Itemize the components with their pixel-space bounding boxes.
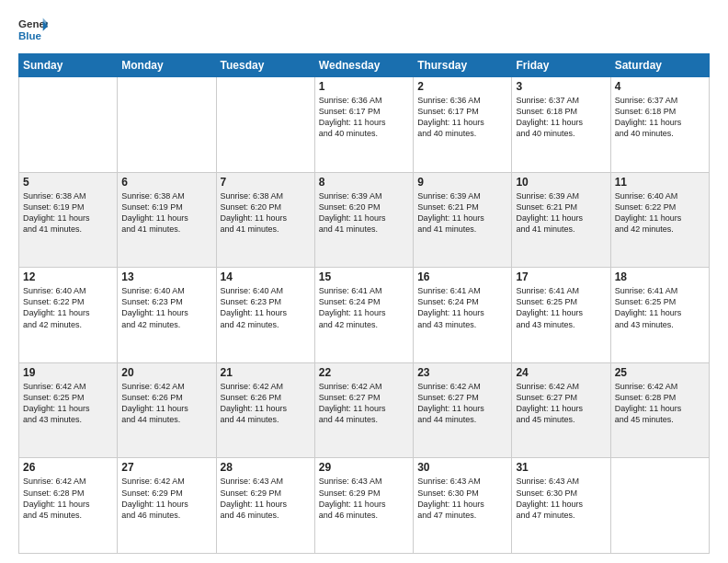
calendar-week-4: 19Sunrise: 6:42 AM Sunset: 6:25 PM Dayli… bbox=[19, 362, 710, 458]
day-info: Sunrise: 6:41 AM Sunset: 6:24 PM Dayligh… bbox=[319, 285, 409, 330]
calendar-week-2: 5Sunrise: 6:38 AM Sunset: 6:19 PM Daylig… bbox=[19, 172, 710, 268]
day-number: 19 bbox=[23, 366, 113, 379]
calendar-cell: 18Sunrise: 6:41 AM Sunset: 6:25 PM Dayli… bbox=[610, 268, 709, 363]
day-info: Sunrise: 6:42 AM Sunset: 6:25 PM Dayligh… bbox=[23, 381, 113, 426]
weekday-header-wednesday: Wednesday bbox=[314, 54, 413, 77]
day-info: Sunrise: 6:41 AM Sunset: 6:25 PM Dayligh… bbox=[516, 285, 606, 330]
weekday-header-thursday: Thursday bbox=[414, 54, 512, 77]
day-number: 10 bbox=[516, 176, 606, 189]
day-info: Sunrise: 6:43 AM Sunset: 6:30 PM Dayligh… bbox=[417, 476, 507, 521]
calendar-cell: 31Sunrise: 6:43 AM Sunset: 6:30 PM Dayli… bbox=[512, 458, 610, 554]
calendar-cell bbox=[610, 458, 709, 554]
weekday-header-sunday: Sunday bbox=[19, 54, 118, 77]
calendar-cell: 28Sunrise: 6:43 AM Sunset: 6:29 PM Dayli… bbox=[216, 458, 314, 554]
calendar-cell: 17Sunrise: 6:41 AM Sunset: 6:25 PM Dayli… bbox=[512, 268, 610, 363]
weekday-header-tuesday: Tuesday bbox=[216, 54, 314, 77]
weekday-header-monday: Monday bbox=[118, 54, 216, 77]
calendar-week-1: 1Sunrise: 6:36 AM Sunset: 6:17 PM Daylig… bbox=[19, 77, 710, 173]
day-number: 5 bbox=[23, 176, 113, 189]
calendar-cell: 13Sunrise: 6:40 AM Sunset: 6:23 PM Dayli… bbox=[118, 268, 216, 363]
logo-icon: General Blue bbox=[18, 15, 48, 44]
day-info: Sunrise: 6:42 AM Sunset: 6:27 PM Dayligh… bbox=[417, 381, 507, 426]
calendar-cell bbox=[216, 77, 314, 173]
calendar-cell: 12Sunrise: 6:40 AM Sunset: 6:22 PM Dayli… bbox=[19, 268, 118, 363]
day-info: Sunrise: 6:40 AM Sunset: 6:23 PM Dayligh… bbox=[121, 285, 211, 330]
day-number: 21 bbox=[221, 366, 311, 379]
day-info: Sunrise: 6:42 AM Sunset: 6:27 PM Dayligh… bbox=[516, 381, 606, 426]
day-info: Sunrise: 6:36 AM Sunset: 6:17 PM Dayligh… bbox=[417, 95, 507, 140]
day-number: 17 bbox=[516, 270, 606, 283]
day-number: 29 bbox=[319, 461, 409, 474]
day-number: 4 bbox=[615, 80, 705, 93]
day-info: Sunrise: 6:38 AM Sunset: 6:19 PM Dayligh… bbox=[121, 190, 211, 236]
calendar-cell: 26Sunrise: 6:42 AM Sunset: 6:28 PM Dayli… bbox=[19, 458, 118, 554]
day-number: 15 bbox=[319, 270, 409, 283]
day-number: 14 bbox=[221, 270, 311, 283]
day-info: Sunrise: 6:41 AM Sunset: 6:25 PM Dayligh… bbox=[615, 285, 705, 330]
calendar-week-5: 26Sunrise: 6:42 AM Sunset: 6:28 PM Dayli… bbox=[19, 458, 710, 554]
calendar-cell: 14Sunrise: 6:40 AM Sunset: 6:23 PM Dayli… bbox=[216, 268, 314, 363]
calendar-table: SundayMondayTuesdayWednesdayThursdayFrid… bbox=[18, 53, 710, 554]
calendar-cell: 22Sunrise: 6:42 AM Sunset: 6:27 PM Dayli… bbox=[314, 362, 413, 458]
weekday-header-row: SundayMondayTuesdayWednesdayThursdayFrid… bbox=[19, 54, 710, 77]
calendar-cell bbox=[19, 77, 118, 173]
day-number: 2 bbox=[417, 80, 507, 93]
day-number: 20 bbox=[121, 366, 211, 379]
day-number: 24 bbox=[516, 366, 606, 379]
calendar-cell: 11Sunrise: 6:40 AM Sunset: 6:22 PM Dayli… bbox=[610, 172, 709, 268]
day-info: Sunrise: 6:38 AM Sunset: 6:19 PM Dayligh… bbox=[23, 190, 113, 236]
calendar-cell: 8Sunrise: 6:39 AM Sunset: 6:20 PM Daylig… bbox=[314, 172, 413, 268]
svg-text:Blue: Blue bbox=[18, 30, 42, 41]
calendar-cell: 4Sunrise: 6:37 AM Sunset: 6:18 PM Daylig… bbox=[610, 77, 709, 173]
day-info: Sunrise: 6:36 AM Sunset: 6:17 PM Dayligh… bbox=[319, 95, 409, 140]
calendar-cell: 5Sunrise: 6:38 AM Sunset: 6:19 PM Daylig… bbox=[19, 172, 118, 268]
day-info: Sunrise: 6:40 AM Sunset: 6:22 PM Dayligh… bbox=[23, 285, 113, 330]
calendar-cell: 1Sunrise: 6:36 AM Sunset: 6:17 PM Daylig… bbox=[314, 77, 413, 173]
day-info: Sunrise: 6:41 AM Sunset: 6:24 PM Dayligh… bbox=[417, 285, 507, 330]
day-number: 16 bbox=[417, 270, 507, 283]
weekday-header-friday: Friday bbox=[512, 54, 610, 77]
calendar-cell: 25Sunrise: 6:42 AM Sunset: 6:28 PM Dayli… bbox=[610, 362, 709, 458]
calendar-cell: 10Sunrise: 6:39 AM Sunset: 6:21 PM Dayli… bbox=[512, 172, 610, 268]
calendar-cell: 16Sunrise: 6:41 AM Sunset: 6:24 PM Dayli… bbox=[414, 268, 512, 363]
day-number: 28 bbox=[221, 461, 311, 474]
day-info: Sunrise: 6:37 AM Sunset: 6:18 PM Dayligh… bbox=[516, 95, 606, 140]
weekday-header-saturday: Saturday bbox=[610, 54, 709, 77]
calendar-cell bbox=[118, 77, 216, 173]
day-number: 6 bbox=[121, 176, 211, 189]
day-number: 9 bbox=[417, 176, 507, 189]
day-info: Sunrise: 6:39 AM Sunset: 6:21 PM Dayligh… bbox=[516, 190, 606, 236]
calendar-cell: 24Sunrise: 6:42 AM Sunset: 6:27 PM Dayli… bbox=[512, 362, 610, 458]
day-number: 8 bbox=[319, 176, 409, 189]
calendar-cell: 23Sunrise: 6:42 AM Sunset: 6:27 PM Dayli… bbox=[414, 362, 512, 458]
page: General Blue SundayMondayTuesdayWednesda… bbox=[0, 0, 728, 563]
day-info: Sunrise: 6:40 AM Sunset: 6:22 PM Dayligh… bbox=[615, 190, 705, 236]
day-number: 3 bbox=[516, 80, 606, 93]
day-info: Sunrise: 6:43 AM Sunset: 6:30 PM Dayligh… bbox=[516, 476, 606, 521]
calendar-cell: 7Sunrise: 6:38 AM Sunset: 6:20 PM Daylig… bbox=[216, 172, 314, 268]
calendar-cell: 21Sunrise: 6:42 AM Sunset: 6:26 PM Dayli… bbox=[216, 362, 314, 458]
day-number: 30 bbox=[417, 461, 507, 474]
calendar-cell: 9Sunrise: 6:39 AM Sunset: 6:21 PM Daylig… bbox=[414, 172, 512, 268]
logo: General Blue bbox=[18, 15, 48, 44]
day-number: 27 bbox=[121, 461, 211, 474]
day-number: 11 bbox=[615, 176, 705, 189]
day-info: Sunrise: 6:39 AM Sunset: 6:21 PM Dayligh… bbox=[417, 190, 507, 236]
day-info: Sunrise: 6:40 AM Sunset: 6:23 PM Dayligh… bbox=[221, 285, 311, 330]
calendar-cell: 6Sunrise: 6:38 AM Sunset: 6:19 PM Daylig… bbox=[118, 172, 216, 268]
day-info: Sunrise: 6:42 AM Sunset: 6:27 PM Dayligh… bbox=[319, 381, 409, 426]
day-number: 13 bbox=[121, 270, 211, 283]
day-number: 31 bbox=[516, 461, 606, 474]
header: General Blue bbox=[18, 15, 710, 44]
day-info: Sunrise: 6:42 AM Sunset: 6:28 PM Dayligh… bbox=[615, 381, 705, 426]
calendar-cell: 3Sunrise: 6:37 AM Sunset: 6:18 PM Daylig… bbox=[512, 77, 610, 173]
calendar-cell: 29Sunrise: 6:43 AM Sunset: 6:29 PM Dayli… bbox=[314, 458, 413, 554]
calendar-cell: 30Sunrise: 6:43 AM Sunset: 6:30 PM Dayli… bbox=[414, 458, 512, 554]
day-info: Sunrise: 6:42 AM Sunset: 6:26 PM Dayligh… bbox=[121, 381, 211, 426]
day-info: Sunrise: 6:43 AM Sunset: 6:29 PM Dayligh… bbox=[221, 476, 311, 521]
day-info: Sunrise: 6:39 AM Sunset: 6:20 PM Dayligh… bbox=[319, 190, 409, 236]
day-number: 18 bbox=[615, 270, 705, 283]
day-number: 7 bbox=[221, 176, 311, 189]
day-info: Sunrise: 6:42 AM Sunset: 6:28 PM Dayligh… bbox=[23, 476, 113, 521]
day-info: Sunrise: 6:37 AM Sunset: 6:18 PM Dayligh… bbox=[615, 95, 705, 140]
